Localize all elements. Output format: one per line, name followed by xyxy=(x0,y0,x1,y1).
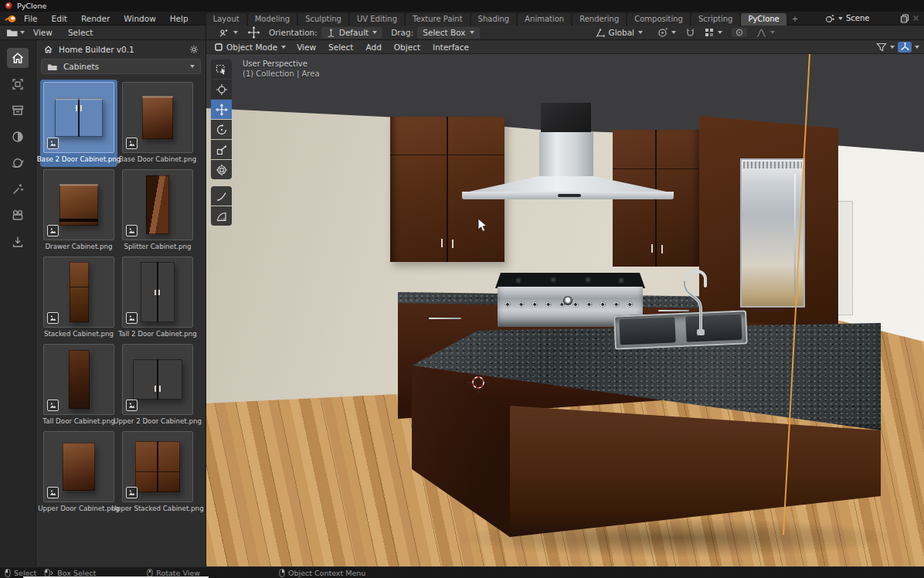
drag-dropdown[interactable]: Select Box xyxy=(417,27,479,39)
tab-modeling[interactable]: Modeling xyxy=(248,13,297,26)
gizmo-axes-icon xyxy=(901,42,909,51)
asset-card[interactable]: Base Door Cabinet.png xyxy=(119,80,196,167)
asset-card[interactable]: Upper Stacked Cabinet.png xyxy=(119,429,196,516)
editor-type-folder-icon[interactable] xyxy=(6,28,19,37)
tool-rotate[interactable] xyxy=(211,120,232,139)
visibility-filter-icon[interactable] xyxy=(876,42,887,52)
gizmos-toggle[interactable] xyxy=(898,42,912,53)
tool-scale[interactable] xyxy=(211,140,232,159)
menu-file[interactable]: File xyxy=(17,12,45,26)
add-workspace-button[interactable]: + xyxy=(788,13,802,26)
chevron-down-icon[interactable] xyxy=(890,46,895,49)
tool-move[interactable] xyxy=(211,100,232,119)
tab-uv-editing[interactable]: UV Editing xyxy=(350,13,404,26)
viewport-tool-settings: Orientation: Default Drag: Select Box Gl… xyxy=(206,26,924,39)
editor-type-chevron-icon[interactable] xyxy=(20,31,25,34)
view-name: User Perspective xyxy=(243,59,320,69)
asset-filename: Upper Door Cabinet.png xyxy=(38,505,120,512)
proportional-editing-toggle[interactable] xyxy=(732,28,747,37)
tool-annotate[interactable] xyxy=(211,186,232,206)
asset-menu-select[interactable]: Select xyxy=(61,26,100,39)
3d-viewport-icon xyxy=(218,28,229,38)
tab-scripting[interactable]: Scripting xyxy=(691,13,739,26)
chevron-down-icon[interactable] xyxy=(915,46,919,49)
asset-filename: Tall 2 Door Cabinet.png xyxy=(118,330,197,338)
vp-menu-select[interactable]: Select xyxy=(323,40,358,54)
tool-transform[interactable] xyxy=(211,160,232,179)
menu-edit[interactable]: Edit xyxy=(45,12,74,26)
snap-target-dropdown[interactable] xyxy=(699,27,728,38)
asset-card[interactable]: Stacked Cabinet.png xyxy=(40,254,117,342)
asset-card[interactable]: Drawer Cabinet.png xyxy=(40,167,117,254)
tab-compositing[interactable]: Compositing xyxy=(627,13,690,26)
viewport-toolbar xyxy=(211,60,232,226)
menu-help[interactable]: Help xyxy=(163,12,195,26)
mode-dropdown[interactable]: Object Mode xyxy=(211,42,290,52)
cabinet-render xyxy=(133,359,182,400)
asset-card[interactable]: Splitter Cabinet.png xyxy=(119,167,196,254)
library-settings-icon[interactable] xyxy=(189,45,199,54)
new-scene-icon[interactable] xyxy=(900,14,909,23)
drag-value: Select Box xyxy=(423,28,465,38)
asset-filename: Base Door Cabinet.png xyxy=(119,155,196,163)
globe-orbit-icon xyxy=(11,156,25,170)
vp-menu-interface[interactable]: Interface xyxy=(427,40,474,54)
tab-sculpting[interactable]: Sculpting xyxy=(298,13,348,26)
category-dropdown[interactable]: Cabinets xyxy=(41,59,201,74)
pivot-point-dropdown[interactable] xyxy=(652,27,681,39)
viewport-canvas[interactable]: User Perspective (1) Collection | Area xyxy=(206,54,924,566)
asset-card[interactable]: Tall 2 Door Cabinet.png xyxy=(119,254,196,342)
active-tool-move-icon[interactable] xyxy=(247,26,260,39)
rail-world-button[interactable] xyxy=(7,153,29,173)
rail-import-button[interactable] xyxy=(7,232,29,252)
chevron-down-icon xyxy=(372,31,377,34)
asset-card[interactable]: Upper Door Cabinet.png xyxy=(40,429,117,516)
falloff-dropdown[interactable] xyxy=(751,28,780,38)
asset-card[interactable]: Tall Door Cabinet.png xyxy=(40,342,117,429)
3d-viewport: Object Mode View Select Add Object Inter… xyxy=(206,40,924,566)
rail-frame-button[interactable] xyxy=(7,74,29,94)
rail-material-button[interactable] xyxy=(7,127,29,147)
rail-wand-button[interactable] xyxy=(7,179,29,199)
tab-shading[interactable]: Shading xyxy=(471,13,517,26)
vp-menu-object[interactable]: Object xyxy=(389,40,426,54)
asset-thumbnail xyxy=(43,431,114,502)
scene-name[interactable]: Scene xyxy=(846,14,897,22)
tab-rendering[interactable]: Rendering xyxy=(572,13,626,26)
image-badge-icon xyxy=(47,487,59,498)
asset-card[interactable]: Base 2 Door Cabinet.png xyxy=(40,80,117,167)
vp-menu-view[interactable]: View xyxy=(291,40,321,54)
asset-card[interactable]: Upper 2 Door Cabinet.png xyxy=(119,342,196,429)
snap-magnet-icon[interactable] xyxy=(685,28,695,38)
window-title: PyClone xyxy=(17,2,46,10)
tool-cursor[interactable] xyxy=(211,80,232,99)
tool-measure[interactable] xyxy=(211,206,232,226)
hint-label: Box Select xyxy=(57,569,96,577)
scene-dropdown-chevron-icon[interactable] xyxy=(838,17,843,20)
image-badge-icon xyxy=(47,312,59,324)
unlink-scene-icon[interactable] xyxy=(912,15,919,22)
tab-texture-paint[interactable]: Texture Paint xyxy=(406,13,470,26)
orientation-dropdown[interactable]: Default xyxy=(321,27,382,39)
transform-orientation-dropdown[interactable]: Global xyxy=(590,27,649,39)
menu-render[interactable]: Render xyxy=(74,12,117,26)
tool-select-box[interactable] xyxy=(211,60,232,79)
editor-type-3dview-dropdown[interactable] xyxy=(212,27,243,39)
asset-thumbnail xyxy=(122,82,193,153)
rail-camera-button[interactable] xyxy=(7,206,29,226)
asset-grid: Base 2 Door Cabinet.png Base Door Cabine… xyxy=(36,80,206,516)
vp-menu-add[interactable]: Add xyxy=(360,40,386,54)
menu-window[interactable]: Window xyxy=(117,12,162,26)
image-badge-icon xyxy=(126,312,138,324)
asset-menu-view[interactable]: View xyxy=(26,26,59,39)
tab-animation[interactable]: Animation xyxy=(518,13,571,26)
proportional-editing-icon xyxy=(735,29,743,36)
rail-archive-button[interactable] xyxy=(7,100,29,121)
drag-label: Drag: xyxy=(391,28,413,37)
blender-icon[interactable] xyxy=(5,14,17,23)
asset-filename: Upper Stacked Cabinet.png xyxy=(111,505,203,512)
tab-layout[interactable]: Layout xyxy=(206,13,246,26)
hint-label: Rotate View xyxy=(156,569,200,577)
rail-home-builder-button[interactable] xyxy=(7,48,29,68)
tab-pyclone[interactable]: PyClone xyxy=(741,13,786,26)
